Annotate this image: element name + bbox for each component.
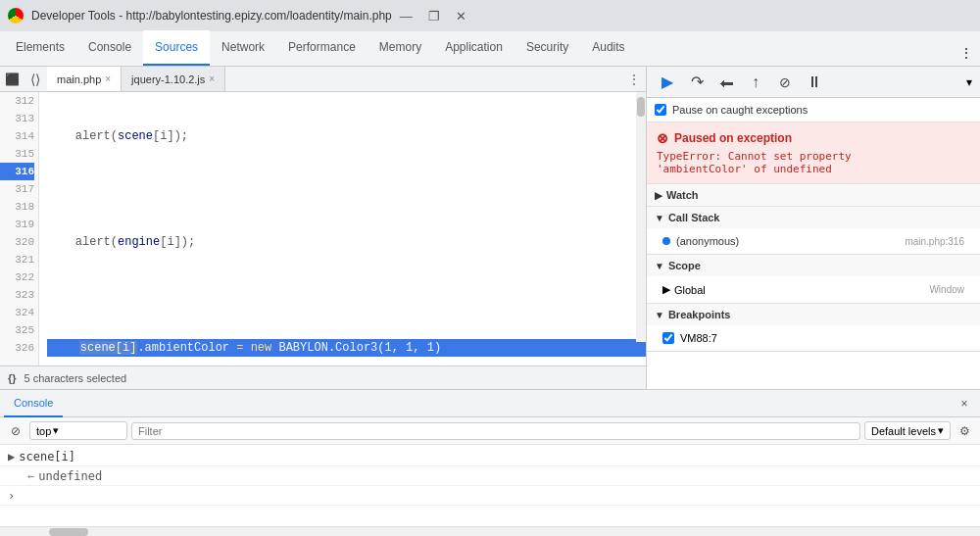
call-stack-label: Call Stack xyxy=(668,212,720,223)
close-button[interactable]: ✕ xyxy=(456,9,466,24)
exception-message: TypeError: Cannot set property'ambientCo… xyxy=(657,150,970,175)
entry-undefined-text: undefined xyxy=(38,469,102,483)
line-num-324: 324 xyxy=(0,304,34,321)
scope-section: ▼ Scope ▶ Global Window xyxy=(647,255,980,304)
context-select[interactable]: top ▾ xyxy=(29,421,127,440)
brace-icon: {} xyxy=(8,372,17,384)
line-num-312: 312 xyxy=(0,92,34,110)
watch-arrow: ▶ xyxy=(655,190,662,201)
filter-input[interactable] xyxy=(131,422,860,440)
console-close-button[interactable]: × xyxy=(953,390,976,417)
line-num-313: 313 xyxy=(0,110,34,127)
code-line-315 xyxy=(47,286,646,304)
watch-label: Watch xyxy=(666,189,699,201)
titlebar: Developer Tools - http://babylontesting.… xyxy=(0,0,980,31)
tab-console[interactable]: Console xyxy=(76,30,143,66)
debug-scroll-right[interactable]: ▾ xyxy=(966,75,972,89)
console-toolbar: ⊘ top ▾ Default levels ▾ ⚙ xyxy=(0,417,980,445)
close-jquery-tab[interactable]: × xyxy=(209,73,215,84)
code-scrollbar-vertical[interactable] xyxy=(636,92,646,342)
level-select[interactable]: Default levels ▾ xyxy=(864,421,951,440)
close-main-tab[interactable]: × xyxy=(105,73,111,84)
tab-audits[interactable]: Audits xyxy=(580,30,636,66)
tab-network[interactable]: Network xyxy=(210,30,276,66)
console-tab[interactable]: Console xyxy=(4,390,63,417)
console-clear-button[interactable]: ⊘ xyxy=(6,421,25,441)
console-tab-label: Console xyxy=(14,397,53,409)
status-message: 5 characters selected xyxy=(24,372,127,384)
call-stack-dot xyxy=(662,237,670,245)
code-line-316: scene[i].ambientColor = new BABYLON.Colo… xyxy=(47,339,646,357)
window-title: Developer Tools - http://babylontesting.… xyxy=(31,9,392,23)
tab-application[interactable]: Application xyxy=(433,30,514,66)
file-tabs: ⬛ ⟨⟩ main.php × jquery-1.10.2.js × ⋮ xyxy=(0,67,646,92)
exception-banner: ⊗ Paused on exception TypeError: Cannot … xyxy=(647,122,980,184)
tab-elements[interactable]: Elements xyxy=(4,30,76,66)
prompt-arrow: › xyxy=(8,489,15,503)
console-entry-undefined: ← undefined xyxy=(0,466,980,486)
step-out-button[interactable]: ↑ xyxy=(743,71,768,94)
pause-exceptions-button[interactable]: ⏸ xyxy=(802,71,827,94)
call-stack-content: (anonymous) main.php:316 xyxy=(647,228,980,254)
call-stack-location: main.php:316 xyxy=(905,236,964,247)
call-stack-header[interactable]: ▼ Call Stack xyxy=(647,207,980,228)
console-tab-bar: Console × xyxy=(0,390,980,417)
maximize-button[interactable]: ❐ xyxy=(428,9,440,24)
scope-global-item[interactable]: ▶ Global Window xyxy=(655,280,972,299)
main-split: ⬛ ⟨⟩ main.php × jquery-1.10.2.js × ⋮ 312… xyxy=(0,67,980,389)
file-tab-more[interactable]: ⋮ xyxy=(622,67,646,92)
deactivate-button[interactable]: ⊘ xyxy=(772,71,798,94)
exception-title-text: Paused on exception xyxy=(674,131,792,145)
code-content[interactable]: alert(scene[i]); alert(engine[i]); scene… xyxy=(39,92,646,365)
line-num-322: 322 xyxy=(0,268,34,286)
minimize-button[interactable]: — xyxy=(400,9,413,24)
scope-arrow: ▼ xyxy=(655,261,664,271)
horizontal-scrollbar[interactable] xyxy=(0,526,980,536)
more-tabs-button[interactable]: ⋮ xyxy=(953,40,980,66)
file-tab-jquery[interactable]: jquery-1.10.2.js × xyxy=(122,67,225,92)
entry-scene-text: scene[i] xyxy=(19,450,75,463)
call-stack-arrow: ▼ xyxy=(655,213,664,223)
step-over-button[interactable]: ↷ xyxy=(684,71,710,94)
code-editor: 312 313 314 315 316 317 318 319 320 321 … xyxy=(0,92,646,365)
scope-header[interactable]: ▼ Scope xyxy=(647,255,980,276)
file-tab-main[interactable]: main.php × xyxy=(47,67,122,92)
tab-memory[interactable]: Memory xyxy=(368,30,433,66)
tab-security[interactable]: Security xyxy=(514,30,580,66)
level-chevron: ▾ xyxy=(938,424,944,437)
pause-caught-checkbox[interactable] xyxy=(655,104,666,116)
scroll-thumb-h[interactable] xyxy=(49,528,88,536)
main-nav: Elements Console Sources Network Perform… xyxy=(0,31,980,67)
breakpoint-item-0: VM88:7 xyxy=(655,329,972,347)
line-numbers: 312 313 314 315 316 317 318 319 320 321 … xyxy=(0,92,39,365)
tab-performance[interactable]: Performance xyxy=(276,30,368,66)
line-num-320: 320 xyxy=(0,233,34,251)
bottom-panel: Console × ⊘ top ▾ Default levels ▾ ⚙ ▶ s… xyxy=(0,389,980,536)
content-area: ⬛ ⟨⟩ main.php × jquery-1.10.2.js × ⋮ 312… xyxy=(0,67,980,536)
line-num-325: 325 xyxy=(0,321,34,339)
console-prompt[interactable]: › xyxy=(0,486,980,506)
resume-button[interactable]: ▶ xyxy=(655,71,680,94)
leftarrow-icon: ← xyxy=(27,469,34,483)
line-num-315: 315 xyxy=(0,145,34,163)
code-line-313 xyxy=(47,180,646,198)
line-num-321: 321 xyxy=(0,251,34,268)
tab-sources[interactable]: Sources xyxy=(143,30,210,66)
breakpoint-name: VM88:7 xyxy=(680,332,717,344)
line-num-318: 318 xyxy=(0,198,34,216)
step-into-button[interactable]: ⮕ xyxy=(713,71,739,94)
line-num-326: 326 xyxy=(0,339,34,357)
breakpoints-header[interactable]: ▼ Breakpoints xyxy=(647,304,980,325)
scope-label: Scope xyxy=(668,260,701,271)
window-controls[interactable]: — ❐ ✕ xyxy=(400,9,466,24)
scope-global-arrow: ▶ xyxy=(662,283,670,296)
file-arrow-button[interactable]: ⟨⟩ xyxy=(24,67,47,92)
navigator-button[interactable]: ⬛ xyxy=(0,67,24,92)
breakpoints-content: VM88:7 xyxy=(647,325,980,351)
console-entry-scene[interactable]: ▶ scene[i] xyxy=(0,447,980,466)
breakpoint-checkbox[interactable] xyxy=(662,332,674,344)
watch-header[interactable]: ▶ Watch xyxy=(647,184,980,206)
line-num-319: 319 xyxy=(0,216,34,233)
console-settings-button[interactable]: ⚙ xyxy=(955,421,974,441)
call-stack-item-0[interactable]: (anonymous) main.php:316 xyxy=(655,232,972,250)
